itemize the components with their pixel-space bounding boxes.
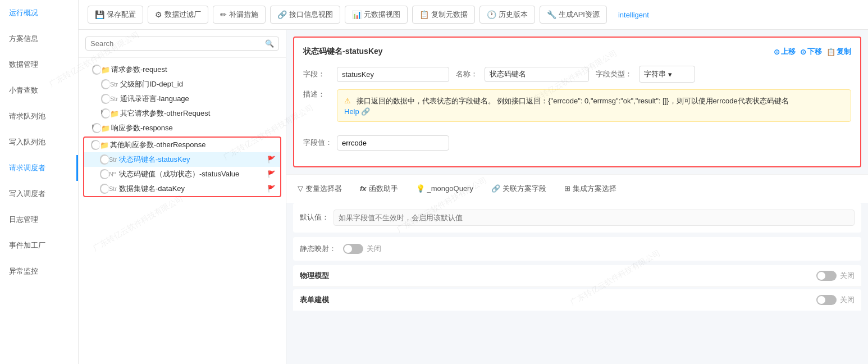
value-label: 字段值： (303, 138, 337, 148)
search-bar: 🔍 (79, 30, 286, 58)
api-icon: 🔧 (547, 10, 556, 19)
sidebar-item-request-scheduler[interactable]: 请求调度者 (0, 155, 78, 181)
data-filter-button[interactable]: ⚙ 数据过滤厂 (148, 6, 208, 24)
search-icon: 🔍 (265, 39, 274, 48)
default-value-row: 默认值： (293, 203, 861, 233)
mongo-query-btn[interactable]: 💡 _mongoQuery (412, 182, 478, 195)
copy-action[interactable]: 📋 复制 (826, 47, 851, 57)
node-label: 父级部门ID-dept_id (120, 79, 281, 89)
name-input[interactable] (485, 67, 589, 82)
metadata-view-button[interactable]: 📊 元数据视图 (345, 6, 408, 24)
default-value-section: 默认值： (286, 203, 868, 237)
selected-group-box: ▼ 📁 其他响应参数-otherResponse Str 状态码键名-statu… (83, 136, 281, 197)
node-label: 数据集键名-dataKey (119, 184, 265, 194)
str-icon: Str (110, 81, 120, 88)
toggle-icon: ▶ (101, 108, 110, 119)
search-input[interactable] (90, 39, 265, 48)
integrate-select-btn[interactable]: ⊞ 集成方案选择 (560, 181, 621, 196)
filter-icon: ⚙ (155, 10, 162, 19)
tree-node-data-key[interactable]: Str 数据集键名-dataKey 🚩 (84, 181, 280, 196)
sidebar-item-event[interactable]: 事件加工厂 (0, 233, 78, 258)
up-action[interactable]: ⊙ 上移 (774, 47, 796, 57)
table-build-toggle-label: 关闭 (840, 295, 855, 305)
desc-box: ⚠ 接口返回的数据中，代表状态的字段键名。 例如接口返回：{"errcode":… (337, 89, 851, 122)
static-mapping-toggle[interactable] (343, 244, 363, 254)
save-icon: 💾 (95, 10, 104, 19)
main-area: 💾 保存配置 ⚙ 数据过滤厂 ✏ 补漏措施 🔗 接口信息视图 📊 元数据视图 📋… (79, 0, 868, 364)
flag-icon: 🚩 (267, 170, 276, 178)
sidebar-item-request-pool[interactable]: 请求队列池 (0, 103, 78, 129)
sidebar-item-monitor[interactable]: 异常监控 (0, 258, 78, 284)
type-label: 字段类型： (596, 69, 632, 79)
tree-node-status-key[interactable]: Str 状态码键名-statusKey 🚩 (84, 152, 280, 167)
toolbar: 💾 保存配置 ⚙ 数据过滤厂 ✏ 补漏措施 🔗 接口信息视图 📊 元数据视图 📋… (79, 0, 868, 30)
related-field-btn[interactable]: 🔗 关联方案字段 (487, 181, 551, 196)
sidebar-item-log[interactable]: 日志管理 (0, 207, 78, 233)
variable-selector-btn[interactable]: ▽ 变量选择器 (293, 181, 346, 196)
tree-node-status-value[interactable]: Nº 状态码键值（成功状态）-statusValue 🚩 (84, 167, 280, 181)
physical-model-title: 物理模型 (300, 271, 329, 281)
default-value-input[interactable] (334, 210, 855, 226)
function-helper-btn[interactable]: fx 函数助手 (355, 181, 403, 196)
static-mapping-row: 静态映射： 关闭 (293, 237, 861, 261)
down-action[interactable]: ⊙ 下移 (800, 47, 822, 57)
tree-node-dept-id[interactable]: Str 父级部门ID-dept_id (79, 77, 286, 92)
node-label: 其它请求参数-otherRequest (120, 108, 281, 119)
tree-node-response[interactable]: ▶ 📁 响应参数-response (79, 121, 286, 135)
intelligent-link[interactable]: intelligent (611, 7, 656, 22)
table-build-toggle[interactable] (816, 295, 837, 305)
num-icon: Nº (109, 171, 119, 178)
field-input[interactable] (337, 67, 449, 82)
chart-icon: 📊 (352, 10, 362, 19)
field-group: 名称： 字段类型： 字符串 ▾ (337, 66, 851, 83)
secondary-toolbar: ▽ 变量选择器 fx 函数助手 💡 _mongoQuery 🔗 关联方案字段 ⊞ (286, 174, 868, 203)
sidebar-item-write-scheduler[interactable]: 写入调度者 (0, 181, 78, 207)
tree-node-other-request[interactable]: ▶ 📁 其它请求参数-otherRequest (79, 106, 286, 121)
node-label: 其他响应参数-otherResponse (110, 140, 276, 150)
folder-icon: 📁 (101, 66, 111, 74)
tree-node-language[interactable]: Str 通讯录语言-language (79, 92, 286, 106)
tree-node-other-response[interactable]: ▼ 📁 其他响应参数-otherResponse (84, 138, 280, 152)
flag-icon: 🚩 (267, 156, 276, 163)
type-select[interactable]: 字符串 ▾ (639, 66, 695, 83)
toggle-icon: ▼ (92, 65, 101, 75)
copy-icon: 📋 (419, 10, 429, 19)
save-config-button[interactable]: 💾 保存配置 (88, 6, 143, 24)
chain-icon: 🔗 (491, 184, 500, 193)
history-button[interactable]: 🕐 历史版本 (479, 6, 535, 24)
table-build-toggle-wrap: 关闭 (816, 295, 855, 305)
right-panel: 状态码键名-statusKey ⊙ 上移 ⊙ 下移 📋 复制 字段： 名称： 字… (286, 30, 868, 364)
table-build-section: 表单建模 关闭 (286, 289, 868, 311)
flag-icon: 🚩 (267, 185, 276, 193)
chevron-down-icon: ▾ (668, 70, 672, 79)
str-icon: Str (109, 156, 119, 163)
str-icon: Str (109, 185, 119, 192)
tree-node-request[interactable]: ▼ 📁 请求参数-request (79, 62, 286, 77)
physical-model-toggle[interactable] (816, 271, 837, 281)
tree-container: ▼ 📁 请求参数-request Str 父级部门ID-dept_id Str … (79, 58, 286, 364)
name-label: 名称： (456, 69, 478, 79)
node-label: 请求参数-request (111, 65, 281, 75)
table-build-header: 表单建模 关闭 (293, 289, 861, 311)
field-label: 字段： (303, 69, 337, 79)
interface-view-button[interactable]: 🔗 接口信息视图 (270, 6, 340, 24)
copy-metadata-button[interactable]: 📋 复制元数据 (412, 6, 475, 24)
generate-api-button[interactable]: 🔧 生成API资源 (540, 6, 607, 24)
value-row: 字段值： (303, 135, 851, 151)
sidebar-item-write-pool[interactable]: 写入队列池 (0, 129, 78, 155)
fx-icon: fx (360, 184, 367, 193)
external-link-icon: 🔗 (361, 107, 370, 116)
node-label: 通讯录语言-language (120, 94, 281, 104)
supplement-button[interactable]: ✏ 补漏措施 (213, 6, 266, 24)
sidebar-item-overview[interactable]: 运行概况 (0, 0, 78, 26)
node-label: 状态码键名-statusKey (119, 154, 265, 165)
value-input[interactable] (337, 135, 449, 151)
help-link[interactable]: Help (344, 107, 359, 116)
folder-icon: 📁 (101, 124, 111, 133)
sidebar-item-solution[interactable]: 方案信息 (0, 26, 78, 52)
str-icon: Str (110, 95, 120, 102)
spacer (100, 169, 109, 179)
sidebar-item-query[interactable]: 小青查数 (0, 78, 78, 103)
history-icon: 🕐 (487, 10, 496, 19)
sidebar-item-data[interactable]: 数据管理 (0, 52, 78, 78)
